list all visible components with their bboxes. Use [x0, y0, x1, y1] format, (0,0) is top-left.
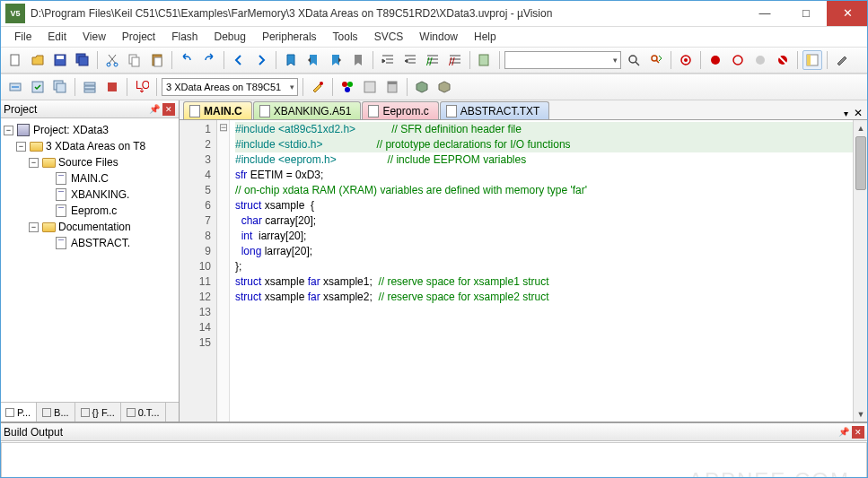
manage-books-icon[interactable] [382, 77, 402, 97]
save-icon[interactable] [50, 50, 70, 70]
code-content[interactable]: #include <at89c51xd2.h> // SFR definitio… [230, 120, 868, 422]
bookmark-prev-icon[interactable] [303, 50, 323, 70]
project-tree[interactable]: − Project: XData3 − 3 XData Areas on T8 … [0, 118, 179, 402]
new-icon[interactable] [5, 50, 25, 70]
file-label[interactable]: Eeprom.c [71, 204, 117, 217]
tab-menu-icon[interactable]: ▾ [844, 109, 848, 118]
paste-icon[interactable] [147, 50, 167, 70]
breakpoint-insert-icon[interactable] [706, 50, 725, 70]
window-layout-icon[interactable] [802, 50, 822, 70]
fold-column[interactable]: ⊟ [217, 120, 230, 422]
file-tab-label: Eeprom.c [382, 105, 428, 117]
menu-tools[interactable]: Tools [326, 29, 365, 45]
comment-icon[interactable]: // [423, 50, 443, 70]
menu-window[interactable]: Window [412, 29, 465, 45]
breakpoint-disable-icon[interactable] [750, 50, 770, 70]
panel-close-icon[interactable]: ✕ [162, 103, 175, 116]
bookmark-icon[interactable] [281, 50, 301, 70]
tab-close-icon[interactable]: ✕ [854, 107, 863, 119]
batch-build-icon[interactable] [80, 77, 100, 97]
copy-icon[interactable] [125, 50, 145, 70]
file-tab[interactable]: ABSTRACT.TXT [440, 101, 550, 119]
scroll-thumb[interactable] [855, 136, 866, 190]
menu-edit[interactable]: Edit [40, 29, 74, 45]
svg-rect-4 [79, 56, 88, 65]
file-ext-icon[interactable] [338, 77, 357, 97]
menu-peripherals[interactable]: Peripherals [255, 29, 324, 45]
cut-icon[interactable] [102, 50, 122, 70]
tree-toggle[interactable]: − [16, 142, 26, 152]
project-bottom-tab[interactable]: P... [0, 403, 37, 422]
bookmark-next-icon[interactable] [326, 50, 346, 70]
menu-file[interactable]: File [7, 29, 39, 45]
file-label[interactable]: XBANKING. [71, 188, 129, 201]
svg-rect-30 [84, 90, 95, 92]
svg-point-17 [684, 58, 688, 62]
pin-icon[interactable]: 📌 [148, 103, 161, 116]
menu-flash[interactable]: Flash [164, 29, 205, 45]
manage-multi-icon[interactable] [360, 77, 380, 97]
uncomment-icon[interactable]: // [445, 50, 465, 70]
close-button[interactable]: ✕ [827, 1, 868, 26]
pack-installer-icon[interactable] [434, 77, 454, 97]
breakpoint-enable-icon[interactable] [728, 50, 748, 70]
open-icon[interactable] [28, 50, 48, 70]
project-bottom-tab[interactable]: {} F... [75, 403, 121, 422]
file-tab[interactable]: MAIN.C [183, 101, 252, 119]
menu-svcs[interactable]: SVCS [367, 29, 411, 45]
tree-toggle[interactable]: − [4, 126, 13, 135]
configure-icon[interactable] [832, 50, 852, 70]
find-in-files-icon[interactable] [475, 50, 495, 70]
rebuild-icon[interactable] [50, 77, 70, 97]
target-options-icon[interactable] [308, 77, 328, 97]
find-combo[interactable] [504, 51, 621, 69]
pin-icon[interactable]: 📌 [837, 426, 850, 439]
build-output-body[interactable]: APPNEE.COM [1, 442, 867, 478]
scroll-up-icon[interactable]: ▲ [854, 120, 868, 135]
incremental-find-icon[interactable] [646, 50, 666, 70]
tree-toggle[interactable]: − [29, 158, 39, 168]
debug-icon[interactable] [676, 50, 696, 70]
file-tab-label: ABSTRACT.TXT [460, 105, 540, 117]
panel-close-icon[interactable]: ✕ [852, 426, 864, 439]
menu-debug[interactable]: Debug [207, 29, 253, 45]
project-root-label[interactable]: Project: XData3 [33, 124, 109, 136]
bookmark-clear-icon[interactable] [348, 50, 368, 70]
breakpoint-kill-icon[interactable] [773, 50, 793, 70]
download-icon[interactable]: LOAD [132, 77, 152, 97]
indent-icon[interactable] [378, 50, 398, 70]
file-icon [56, 204, 66, 217]
file-tab[interactable]: XBANKING.A51 [253, 101, 362, 119]
target-label[interactable]: 3 XData Areas on T8 [46, 140, 145, 152]
file-label[interactable]: MAIN.C [71, 172, 109, 185]
stop-build-icon[interactable] [102, 77, 122, 97]
project-bottom-tab[interactable]: 0.T... [121, 403, 166, 422]
build-icon[interactable] [28, 77, 48, 97]
group-label[interactable]: Documentation [58, 221, 131, 233]
vertical-scrollbar[interactable]: ▲ ▼ [853, 120, 868, 422]
translate-icon[interactable] [5, 77, 25, 97]
menu-help[interactable]: Help [467, 29, 504, 45]
svg-rect-27 [57, 83, 66, 92]
code-editor[interactable]: 123456789101112131415 ⊟ #include <at89c5… [180, 120, 868, 422]
undo-icon[interactable] [177, 50, 197, 70]
target-select[interactable]: 3 XData Areas on T89C51 [162, 78, 298, 96]
outdent-icon[interactable] [400, 50, 420, 70]
file-icon [56, 172, 66, 185]
maximize-button[interactable]: □ [785, 1, 827, 26]
menu-view[interactable]: View [75, 29, 113, 45]
tree-toggle[interactable]: − [29, 222, 39, 232]
group-label[interactable]: Source Files [58, 156, 118, 169]
minimize-button[interactable]: — [744, 1, 785, 26]
select-pack-icon[interactable] [412, 77, 432, 97]
nav-forward-icon[interactable] [251, 50, 271, 70]
file-label[interactable]: ABSTRACT. [71, 237, 130, 249]
file-tab[interactable]: Eeprom.c [362, 101, 438, 119]
redo-icon[interactable] [199, 50, 219, 70]
nav-back-icon[interactable] [229, 50, 249, 70]
project-bottom-tab[interactable]: B... [37, 403, 75, 422]
menu-project[interactable]: Project [115, 29, 162, 45]
scroll-down-icon[interactable]: ▼ [854, 406, 868, 422]
save-all-icon[interactable] [73, 50, 92, 70]
find-icon[interactable] [624, 50, 644, 70]
